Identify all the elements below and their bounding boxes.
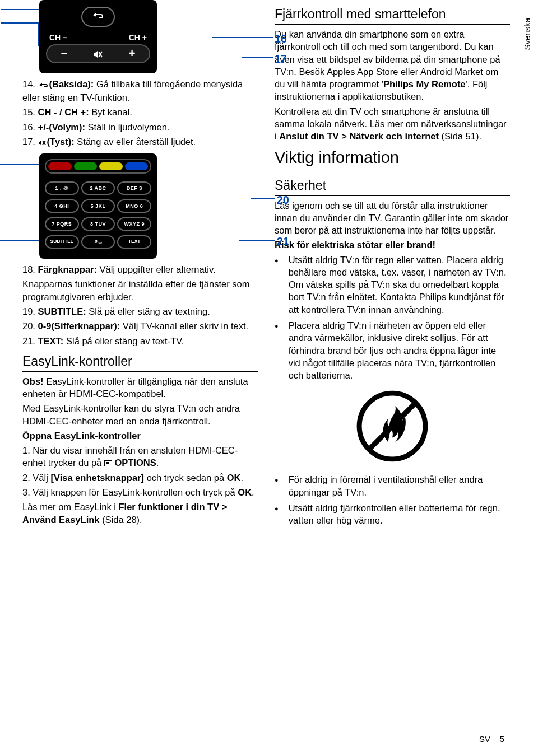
desc-15: 15. CH - / CH +: Byt kanal. xyxy=(22,106,258,118)
volume-rocker: − + xyxy=(46,44,150,63)
key-text: TEXT xyxy=(117,235,151,249)
key-6: MNO 6 xyxy=(117,199,151,213)
key-8: 8 TUV xyxy=(81,217,115,231)
desc-18b: Knapparnas funktioner är inställda efter… xyxy=(22,278,258,303)
key-0: 0 ⎵ xyxy=(81,235,115,249)
column-left: 14 15 16 17 CH − CH + − xyxy=(22,0,258,530)
back-button xyxy=(81,7,115,27)
callout-21: 21 xyxy=(277,234,289,249)
safety-intro: Läs igenom och se till att du förstår al… xyxy=(275,199,510,237)
channel-labels: CH − CH + xyxy=(46,32,150,44)
list-item: Utsätt aldrig TV:n för regn eller vatten… xyxy=(275,254,510,316)
easylink-more: Läs mer om EasyLink i Fler funktioner i … xyxy=(22,501,258,526)
leader-line xyxy=(251,198,275,199)
mute-icon xyxy=(81,48,115,60)
heading-viktig: Viktig information xyxy=(275,147,510,171)
key-4: 4 GHI xyxy=(45,199,79,213)
page-footer: SV 5 xyxy=(479,734,504,745)
no-flame-icon xyxy=(356,390,428,462)
heading-sakerhet: Säkerhet xyxy=(275,177,510,196)
keypad-bottom: SUBTITLE 0 ⎵ TEXT xyxy=(45,235,151,249)
remote-illustration-1: 14 15 16 17 CH − CH + − xyxy=(39,0,258,73)
keypad: 1 . @ 2 ABC DEF 3 4 GHI 5 JKL MNO 6 7 PQ… xyxy=(45,181,151,231)
color-button-red xyxy=(48,162,72,170)
remote-illustration-2: 18 19 20 21 1 . @ 2 ABC DEF 3 4 GHI xyxy=(39,153,258,259)
footer-page: 5 xyxy=(500,734,504,744)
key-2: 2 ABC xyxy=(81,181,115,195)
safety-bullets-1: Utsätt aldrig TV:n för regn eller vatten… xyxy=(275,254,510,382)
mute-icon xyxy=(38,137,47,149)
callout-17: 17 xyxy=(275,52,287,67)
key-3: DEF 3 xyxy=(117,181,151,195)
rocker-plus: + xyxy=(115,46,149,61)
remote-body: 1 . @ 2 ABC DEF 3 4 GHI 5 JKL MNO 6 7 PQ… xyxy=(39,153,157,259)
key-subtitle: SUBTITLE xyxy=(45,235,79,249)
easylink-p1: Med EasyLink-kontroller kan du styra TV:… xyxy=(22,402,258,427)
back-icon xyxy=(38,79,49,91)
ch-plus-label: CH + xyxy=(129,32,147,43)
color-button-blue xyxy=(125,162,149,170)
list-item: Placera aldrig TV:n i närheten av öppen … xyxy=(275,319,510,381)
language-tab: Svenska xyxy=(520,10,535,58)
desc-14: 14. (Baksida): Gå tillbaka till föregåen… xyxy=(22,78,258,104)
leader-line xyxy=(212,37,273,38)
color-button-green xyxy=(74,162,98,170)
smartphone-p1: Du kan använda din smartphone som en ext… xyxy=(275,28,510,103)
easylink-open: Öppna EasyLink-kontroller xyxy=(22,430,258,442)
desc-17: 17. (Tyst): Stäng av eller återställ lju… xyxy=(22,136,258,149)
page-content: 14 15 16 17 CH − CH + − xyxy=(0,0,538,530)
heading-smartphone: Fjärrkontroll med smarttelefon xyxy=(275,6,510,25)
rocker-minus: − xyxy=(47,46,81,61)
easylink-step2: 2. Välj [Visa enhetsknappar] och tryck s… xyxy=(22,472,258,484)
leader-line xyxy=(1,22,39,24)
svg-line-1 xyxy=(369,403,415,449)
easylink-step3: 3. Välj knappen för EasyLink-kontrollen … xyxy=(22,486,258,498)
smartphone-p2: Kontrollera att din TV och smartphone är… xyxy=(275,105,510,143)
heading-easylink: EasyLink-kontroller xyxy=(22,353,258,372)
desc-19: 19. SUBTITLE: Slå på eller stäng av text… xyxy=(22,305,258,318)
safety-risk: Risk för elektriska stötar eller brand! xyxy=(275,239,510,251)
safety-bullets-2: För aldrig in föremål i ventilationshål … xyxy=(275,473,510,526)
leader-line xyxy=(239,240,275,241)
back-icon xyxy=(91,11,105,21)
desc-18: 18. Färgknappar: Välj uppgifter eller al… xyxy=(22,263,258,276)
easylink-step1: 1. När du visar innehåll från en anslute… xyxy=(22,444,258,469)
key-1: 1 . @ xyxy=(45,181,79,195)
footer-lang: SV xyxy=(479,734,490,744)
column-right: Fjärrkontroll med smarttelefon Du kan an… xyxy=(275,0,510,530)
color-buttons xyxy=(45,159,151,174)
list-item: Utsätt aldrig fjärrkontrollen eller batt… xyxy=(275,502,510,527)
easylink-obs: Obs! EasyLink-kontroller är tillgängliga… xyxy=(22,375,258,400)
key-7: 7 PQRS xyxy=(45,217,79,231)
key-5: 5 JKL xyxy=(81,199,115,213)
leader-line xyxy=(242,57,273,58)
key-9: WXYZ 9 xyxy=(117,217,151,231)
desc-21: 21. TEXT: Slå på eller stäng av text-TV. xyxy=(22,335,258,347)
remote-body: CH − CH + − + xyxy=(39,0,157,73)
color-button-yellow xyxy=(99,162,123,170)
list-item: För aldrig in föremål i ventilationshål … xyxy=(275,473,510,498)
ch-minus-label: CH − xyxy=(49,32,67,43)
callout-16: 16 xyxy=(275,31,287,46)
desc-16: 16. +/-(Volym): Ställ in ljudvolymen. xyxy=(22,121,258,133)
callout-20: 20 xyxy=(277,193,289,208)
desc-20: 20. 0-9(Sifferknappar): Välj TV-kanal el… xyxy=(22,320,258,332)
options-icon xyxy=(104,460,112,466)
